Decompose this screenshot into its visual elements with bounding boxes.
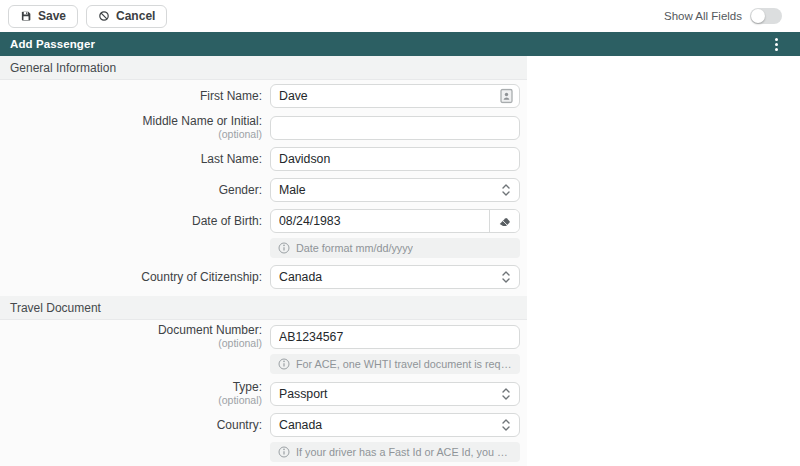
cancel-button-label: Cancel	[116, 9, 155, 23]
cancel-button[interactable]: Cancel	[86, 5, 167, 28]
field-row-gender: Gender: Male	[0, 178, 527, 202]
field-row-middle-name: Middle Name or Initial: (optional)	[0, 115, 527, 140]
middle-name-input[interactable]	[270, 116, 520, 140]
section-header-travel: Travel Document	[0, 296, 527, 320]
floppy-disk-icon	[20, 10, 32, 22]
field-row-country: Country: Canada	[0, 413, 527, 437]
type-label: Type:	[0, 381, 262, 394]
dob-input[interactable]	[271, 210, 489, 232]
show-all-fields-toggle[interactable]	[750, 8, 782, 24]
field-row-type: Type: (optional) Passport	[0, 381, 527, 406]
type-select[interactable]: Passport	[270, 382, 520, 406]
document-number-input[interactable]	[270, 325, 520, 349]
field-row-document-number: Document Number: (optional)	[0, 324, 527, 349]
chevron-up-down-icon	[501, 270, 511, 284]
panel-header: Add Passenger	[0, 32, 800, 56]
country-select-value: Canada	[279, 418, 322, 432]
panel-title: Add Passenger	[10, 38, 95, 50]
contact-card-icon[interactable]	[500, 89, 513, 104]
gender-label: Gender:	[0, 184, 262, 197]
dob-note-text: Date format mm/dd/yyyy	[296, 242, 413, 254]
add-passenger-form: General Information First Name: Middle N…	[0, 56, 527, 466]
first-name-input[interactable]	[270, 84, 520, 108]
country-select[interactable]: Canada	[270, 413, 520, 437]
section-header-general: General Information	[0, 56, 527, 80]
chevron-up-down-icon	[501, 387, 511, 401]
show-all-fields-label: Show All Fields	[664, 10, 742, 22]
gender-select-value: Male	[279, 183, 306, 197]
document-number-label: Document Number:	[0, 324, 262, 337]
dob-format-note: Date format mm/dd/yyyy	[270, 238, 520, 258]
country-label: Country:	[0, 419, 262, 432]
field-row-citizenship: Country of Citizenship: Canada	[0, 265, 527, 289]
save-button-label: Save	[38, 9, 66, 23]
citizenship-select[interactable]: Canada	[270, 265, 520, 289]
dob-note-row: Date format mm/dd/yyyy	[0, 238, 527, 258]
info-icon	[278, 242, 290, 254]
citizenship-label: Country of Citizenship:	[0, 271, 262, 284]
document-number-note-row: For ACE, one WHTI travel document is req…	[0, 354, 527, 374]
info-icon	[278, 358, 290, 370]
dob-input-group	[270, 209, 520, 233]
circle-slash-icon	[98, 10, 110, 22]
document-number-note: For ACE, one WHTI travel document is req…	[270, 354, 520, 374]
section-title: Travel Document	[10, 301, 101, 315]
country-note-row: If your driver has a Fast Id or ACE Id, …	[0, 442, 527, 462]
field-row-dob: Date of Birth:	[0, 209, 527, 233]
document-number-optional: (optional)	[0, 337, 262, 349]
eraser-icon	[498, 214, 512, 228]
chevron-up-down-icon	[501, 183, 511, 197]
field-row-first-name: First Name:	[0, 84, 527, 108]
last-name-input[interactable]	[270, 147, 520, 171]
document-number-note-text: For ACE, one WHTI travel document is req…	[296, 358, 512, 370]
section-title: General Information	[10, 61, 116, 75]
toggle-knob	[751, 9, 765, 23]
country-note: If your driver has a Fast Id or ACE Id, …	[270, 442, 520, 462]
middle-name-label: Middle Name or Initial:	[0, 115, 262, 128]
citizenship-select-value: Canada	[279, 270, 322, 284]
middle-name-optional: (optional)	[0, 128, 262, 140]
clear-date-button[interactable]	[489, 210, 519, 232]
first-name-label: First Name:	[0, 90, 262, 103]
type-optional: (optional)	[0, 394, 262, 406]
type-select-value: Passport	[279, 387, 328, 401]
country-note-text: If your driver has a Fast Id or ACE Id, …	[296, 446, 512, 458]
dob-label: Date of Birth:	[0, 215, 262, 228]
field-row-last-name: Last Name:	[0, 147, 527, 171]
info-icon	[278, 446, 290, 458]
kebab-menu-icon[interactable]	[773, 34, 780, 55]
gender-select[interactable]: Male	[270, 178, 520, 202]
toolbar: Save Cancel Show All Fields	[0, 0, 800, 32]
chevron-up-down-icon	[501, 418, 511, 432]
save-button[interactable]: Save	[8, 5, 78, 28]
last-name-label: Last Name:	[0, 153, 262, 166]
